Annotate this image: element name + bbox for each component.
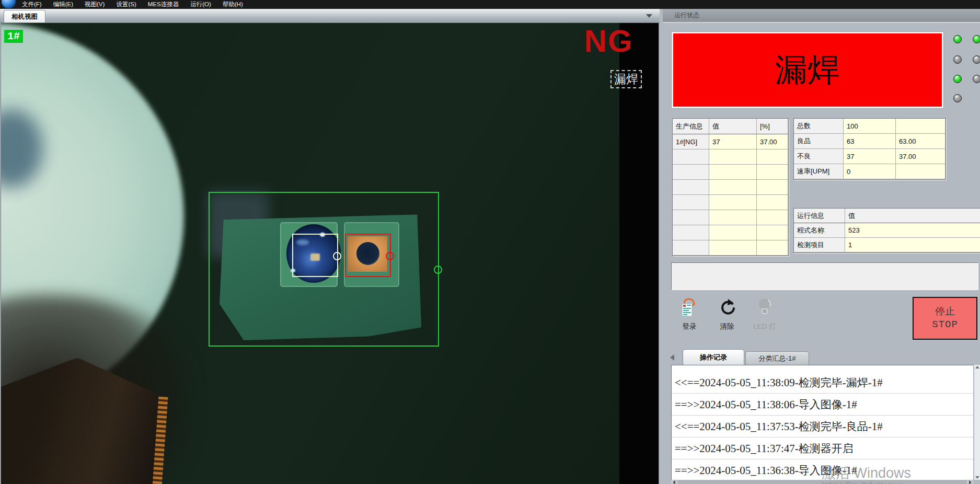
- table-cell: [673, 180, 709, 195]
- light-bulb-icon: [755, 297, 774, 320]
- menu-item-file[interactable]: 文件(F): [22, 1, 42, 8]
- table-cell: [757, 210, 788, 225]
- table-cell: [673, 195, 709, 210]
- panel-title-bar: 运行状态: [663, 9, 980, 23]
- menu-bar: 文件(F) 编辑(E) 视图(V) 设置(S) MES连接器 运行(O) 帮助(…: [0, 0, 980, 9]
- result-text: NG: [584, 23, 633, 59]
- badge-icon: [680, 297, 699, 320]
- table-cell: 1#[NG]: [673, 134, 709, 149]
- table-cell: [757, 149, 788, 165]
- camera-image-black-region: [619, 23, 659, 484]
- tab-class-summary[interactable]: 分类汇总-1#: [745, 351, 809, 365]
- led-indicator: [953, 55, 962, 64]
- column-header: [%]: [757, 119, 788, 134]
- table-cell: 63.00: [896, 134, 946, 149]
- run-status-panel: 运行状态 漏焊 生产信息 值 [%] 1#[NG] 37 37.00: [663, 9, 980, 484]
- table-cell: [709, 210, 757, 225]
- clear-button[interactable]: 清除: [711, 297, 743, 339]
- table-cell: [709, 165, 757, 180]
- log-entry: ==>>2024-05-05_11:38:06-导入图像-1#: [672, 394, 973, 416]
- table-cell: 良品: [794, 134, 844, 149]
- tab-scroll-left-icon[interactable]: [670, 354, 674, 361]
- table-cell: [709, 195, 757, 210]
- refresh-icon: [718, 297, 736, 320]
- production-table: 生产信息 值 [%] 1#[NG] 37 37.00: [672, 118, 789, 256]
- table-cell: [673, 149, 709, 165]
- scroll-right-icon[interactable]: [969, 480, 972, 484]
- led-indicator: [953, 35, 962, 43]
- defect-label: 漏焊: [610, 70, 642, 88]
- login-button[interactable]: 登录: [673, 297, 706, 339]
- windows-activation-watermark-line2: 转到“设置”以激活 Windows。: [822, 480, 910, 484]
- scroll-down-icon[interactable]: [975, 476, 979, 479]
- log-vertical-scrollbar[interactable]: [974, 365, 980, 480]
- table-cell: [757, 195, 788, 210]
- table-cell: [709, 240, 757, 256]
- camera-viewport[interactable]: 1# NG 漏焊: [1, 22, 659, 484]
- table-cell: [757, 225, 788, 240]
- led-indicator: [973, 35, 980, 43]
- column-header: 值: [845, 209, 980, 223]
- table-cell: 37.00: [896, 149, 946, 164]
- table-cell: [673, 165, 709, 180]
- button-label: LED 灯: [753, 322, 776, 331]
- table-cell: [757, 180, 788, 195]
- status-banner-frame: 漏焊: [671, 31, 944, 109]
- table-cell: 37: [709, 134, 757, 149]
- scroll-up-icon[interactable]: [975, 366, 979, 368]
- windows-activation-watermark: 激活 Windows: [822, 464, 911, 482]
- menu-item-view[interactable]: 视图(V): [85, 1, 105, 8]
- led-light-button[interactable]: LED 灯: [746, 297, 783, 339]
- table-cell: [896, 164, 946, 179]
- table-cell: [673, 240, 709, 256]
- table-cell: [896, 119, 946, 134]
- table-cell: 37: [844, 149, 896, 164]
- table-cell: 检测项目: [794, 238, 845, 252]
- table-cell: 37.00: [757, 134, 788, 149]
- app-window: 文件(F) 编辑(E) 视图(V) 设置(S) MES连接器 运行(O) 帮助(…: [0, 0, 980, 484]
- log-entry: ==>>2024-05-05_11:37:47-检测器开启: [672, 437, 973, 459]
- operation-log-list[interactable]: <<==2024-05-05_11:38:09-检测完毕-漏焊-1# ==>>2…: [671, 365, 973, 480]
- tab-camera-view[interactable]: 相机视图: [4, 10, 45, 23]
- table-cell: 程式名称: [794, 223, 845, 238]
- button-label: 清除: [720, 322, 734, 331]
- camera-tabstrip: 相机视图: [0, 9, 660, 23]
- menu-item-run[interactable]: 运行(O): [190, 1, 211, 8]
- status-banner: 漏焊: [673, 33, 942, 107]
- table-cell: [709, 225, 757, 240]
- app-logo-icon[interactable]: [1, 0, 16, 9]
- station-badge: 1#: [4, 30, 23, 43]
- led-indicator: [973, 55, 980, 64]
- table-cell: 1: [845, 238, 980, 252]
- table-cell: 0: [844, 164, 896, 179]
- led-indicator: [973, 75, 980, 83]
- button-label: 登录: [683, 322, 697, 331]
- menu-item-settings[interactable]: 设置(S): [116, 1, 136, 8]
- table-cell: [673, 210, 709, 225]
- table-cell: [757, 165, 788, 180]
- menu-item-mes-connector[interactable]: MES连接器: [148, 1, 179, 8]
- table-cell: [709, 180, 757, 195]
- totals-table: 总数 100 良品 63 63.00 不良 37 37.00 速率[UPM] 0: [793, 118, 946, 180]
- column-header: 值: [709, 119, 757, 134]
- column-header: 运行信息: [794, 209, 845, 223]
- menu-item-help[interactable]: 帮助(H): [223, 1, 243, 8]
- table-cell: 523: [845, 223, 980, 238]
- menu-item-edit[interactable]: 编辑(E): [53, 1, 73, 8]
- scroll-left-icon[interactable]: [673, 480, 675, 484]
- roi-notch: [434, 266, 442, 274]
- stop-button[interactable]: 停止 STOP: [913, 297, 977, 340]
- tab-operation-log[interactable]: 操作记录: [683, 349, 744, 365]
- table-cell: [673, 225, 709, 240]
- stop-label-en: STOP: [932, 318, 958, 331]
- column-header: 生产信息: [673, 119, 709, 134]
- table-cell: [757, 240, 788, 256]
- table-cell: 100: [844, 119, 896, 134]
- chevron-down-icon[interactable]: [646, 14, 652, 18]
- message-box[interactable]: [671, 262, 978, 290]
- table-cell: 速率[UPM]: [794, 164, 844, 179]
- stop-label-cn: 停止: [935, 305, 955, 318]
- table-cell: 不良: [794, 149, 844, 164]
- table-cell: 63: [844, 134, 896, 149]
- log-entry: <<==2024-05-05_11:37:53-检测完毕-良品-1#: [672, 416, 973, 437]
